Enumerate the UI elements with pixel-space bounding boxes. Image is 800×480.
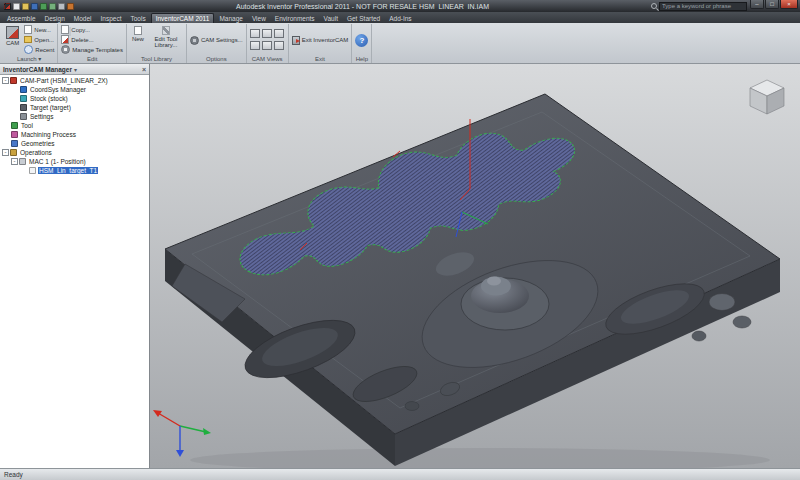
- stock-icon: [20, 95, 27, 102]
- cam-view-icon-2[interactable]: [262, 29, 272, 38]
- ribbon-group-tool-library: New Edit Tool Library... Tool Library: [127, 24, 187, 63]
- tab-model[interactable]: Model: [70, 14, 96, 23]
- tree-label: Tool: [20, 122, 34, 129]
- expander-minus-icon[interactable]: -: [2, 77, 9, 84]
- tree-item-coordsys-manager[interactable]: CoordSys Manager: [0, 85, 149, 94]
- copy-button[interactable]: Copy...: [61, 25, 123, 34]
- tree-label: Geometries: [20, 140, 56, 147]
- tree-item-operations[interactable]: -Operations: [0, 148, 149, 157]
- panel-close-icon[interactable]: ×: [142, 66, 146, 73]
- ribbon-tabs: AssembleDesignModelInspectToolsInventorC…: [0, 12, 800, 23]
- app-menu-icon[interactable]: [4, 3, 11, 10]
- tree-item-mac-1-1-position[interactable]: -MAC 1 (1- Position): [0, 157, 149, 166]
- title-bar: Autodesk Inventor Professional 2011 - NO…: [0, 0, 800, 12]
- expander-minus-icon[interactable]: -: [2, 149, 9, 156]
- delete-icon: [61, 35, 69, 44]
- group-label-edit[interactable]: Edit: [61, 55, 123, 63]
- tab-inspect[interactable]: Inspect: [97, 14, 126, 23]
- tab-assemble[interactable]: Assemble: [3, 14, 40, 23]
- group-label-exit[interactable]: Exit: [292, 55, 349, 63]
- edit-tool-library-button[interactable]: Edit Tool Library...: [149, 25, 183, 49]
- tab-add-ins[interactable]: Add-Ins: [385, 14, 415, 23]
- tool-new-button[interactable]: New: [130, 25, 146, 43]
- group-label-launch[interactable]: Launch ▾: [4, 55, 54, 63]
- window-title: Autodesk Inventor Professional 2011 - NO…: [77, 3, 648, 10]
- settings-gear-icon: [190, 36, 199, 45]
- tool-icon: [11, 122, 18, 129]
- manage-templates-button[interactable]: Manage Templates: [61, 45, 123, 54]
- tree-item-geometries[interactable]: Geometries: [0, 139, 149, 148]
- browser-panel: InventorCAM Manager ▾ × -CAM-Part (HSM_L…: [0, 64, 150, 468]
- group-label-cam-views[interactable]: CAM Views: [250, 55, 285, 63]
- tab-get-started[interactable]: Get Started: [343, 14, 384, 23]
- maximize-button[interactable]: □: [765, 0, 779, 9]
- status-text: Ready: [4, 471, 23, 478]
- cam-view-icon-3[interactable]: [274, 29, 284, 38]
- tree-item-machining-process[interactable]: Machining Process: [0, 130, 149, 139]
- delete-button[interactable]: Delete...: [61, 35, 123, 44]
- undo-icon[interactable]: [40, 3, 47, 10]
- tab-inventorcam-2011[interactable]: InventorCAM 2011: [151, 13, 215, 23]
- cam-button[interactable]: CAM: [4, 25, 21, 47]
- tree-item-cam-part-hsm-linear-2x[interactable]: -CAM-Part (HSM_LINEAR_2X): [0, 76, 149, 85]
- question-mark-icon: ?: [359, 36, 364, 45]
- operations-folder-icon: [10, 149, 17, 156]
- tree-item-tool[interactable]: Tool: [0, 121, 149, 130]
- recent-clock-icon: [24, 45, 33, 54]
- tree-label: CAM-Part (HSM_LINEAR_2X): [19, 77, 109, 84]
- copy-icon: [61, 25, 69, 34]
- tree-item-stock-stock[interactable]: Stock (stock): [0, 94, 149, 103]
- open-button[interactable]: Open...: [24, 35, 54, 44]
- tab-tools[interactable]: Tools: [126, 14, 149, 23]
- help-button[interactable]: ?: [355, 34, 368, 47]
- group-label-options[interactable]: Options: [190, 55, 243, 63]
- tab-manage[interactable]: Manage: [215, 14, 247, 23]
- expander-minus-icon[interactable]: -: [11, 158, 18, 165]
- status-bar: Ready: [0, 468, 800, 480]
- search-input[interactable]: [659, 2, 747, 11]
- tab-vault[interactable]: Vault: [320, 14, 342, 23]
- print-icon[interactable]: [58, 3, 65, 10]
- wrench-icon: [162, 26, 170, 35]
- tree-item-hsm-lin-target-t1[interactable]: HSM_Lin_target_T1: [0, 166, 149, 175]
- new-button[interactable]: New...: [24, 25, 54, 34]
- tab-view[interactable]: View: [248, 14, 270, 23]
- cam-settings-button[interactable]: CAM Settings...: [190, 36, 243, 45]
- templates-icon: [61, 45, 70, 54]
- tree-item-settings[interactable]: Settings: [0, 112, 149, 121]
- cam-view-icon-6[interactable]: [274, 41, 284, 50]
- tree-label: Machining Process: [20, 131, 77, 138]
- open-folder-icon: [24, 36, 32, 43]
- group-label-tool-library[interactable]: Tool Library: [130, 55, 183, 63]
- coordsys-icon: [20, 86, 27, 93]
- ribbon: CAM New... Open... Recent Launch ▾ Copy.…: [0, 23, 800, 64]
- mac-position-icon: [19, 158, 26, 165]
- tree-label: Stock (stock): [29, 95, 69, 102]
- new-file-icon[interactable]: [13, 3, 20, 10]
- machining-process-icon: [11, 131, 18, 138]
- group-label-help[interactable]: Help: [355, 55, 368, 63]
- ribbon-group-options: CAM Settings... Options: [187, 24, 247, 63]
- update-icon[interactable]: [67, 3, 74, 10]
- cam-view-icon-1[interactable]: [250, 29, 260, 38]
- cam-view-icon-4[interactable]: [250, 41, 260, 50]
- save-icon[interactable]: [31, 3, 38, 10]
- panel-header[interactable]: InventorCAM Manager ▾ ×: [0, 64, 149, 75]
- cam-view-icon-5[interactable]: [262, 41, 272, 50]
- viewport[interactable]: [150, 64, 800, 468]
- quick-access-toolbar: [2, 3, 74, 10]
- minimize-button[interactable]: –: [750, 0, 764, 9]
- open-file-icon[interactable]: [22, 3, 29, 10]
- tree-item-target-target[interactable]: Target (target): [0, 103, 149, 112]
- target-icon: [20, 104, 27, 111]
- tab-design[interactable]: Design: [41, 14, 69, 23]
- exit-inventorcam-button[interactable]: Exit InventorCAM: [292, 36, 349, 45]
- cam-views-grid: [250, 29, 285, 52]
- recent-button[interactable]: Recent: [24, 45, 54, 54]
- close-button[interactable]: ×: [780, 0, 798, 9]
- tab-environments[interactable]: Environments: [271, 14, 319, 23]
- viewport-3d-scene[interactable]: [150, 64, 800, 468]
- cam-button-label: CAM: [6, 40, 19, 46]
- panel-title: InventorCAM Manager: [3, 66, 72, 73]
- redo-icon[interactable]: [49, 3, 56, 10]
